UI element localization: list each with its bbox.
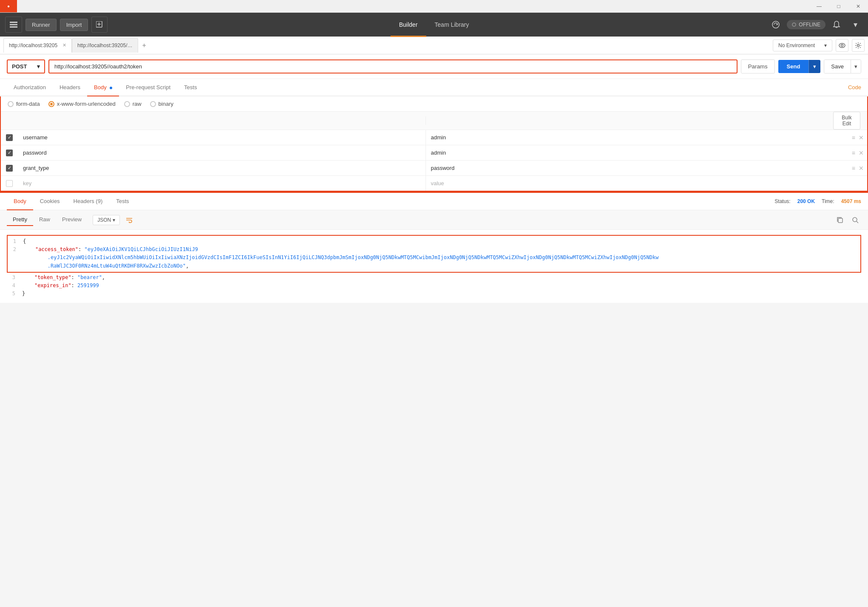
chevron-down-icon: ▾: [824, 42, 827, 48]
view-tab-raw[interactable]: Raw: [33, 214, 56, 226]
close-tab-1[interactable]: ✕: [62, 42, 66, 48]
option-raw[interactable]: raw: [124, 101, 142, 107]
url-tab-2[interactable]: http://localhost:39205/api/t: [72, 38, 138, 53]
tab-body[interactable]: Body: [87, 79, 119, 96]
tab-authorization[interactable]: Authorization: [7, 79, 53, 96]
drag-icon-password: ≡: [852, 150, 855, 156]
time-value: 4507 ms: [841, 198, 861, 204]
params-button[interactable]: Params: [741, 59, 775, 73]
checkbox-new[interactable]: [6, 180, 13, 187]
body-section: form-data x-www-form-urlencoded raw bina…: [0, 96, 868, 192]
resp-tab-cookies[interactable]: Cookies: [33, 193, 67, 210]
option-form-data[interactable]: form-data: [8, 101, 40, 107]
svg-rect-0: [10, 22, 17, 23]
env-selector: No Environment ▾: [773, 39, 865, 52]
drag-icon-username: ≡: [852, 134, 855, 141]
close-button[interactable]: ✕: [848, 0, 868, 13]
notifications-button[interactable]: [829, 17, 844, 32]
bulk-edit-button[interactable]: Bulk Edit: [833, 112, 860, 130]
url-tab-1[interactable]: http://localhost:39205 ✕: [3, 38, 72, 53]
request-bar: POST ▾ Params Send ▾ Save ▾: [0, 54, 868, 79]
radio-binary[interactable]: [150, 101, 156, 107]
svg-point-8: [841, 44, 843, 46]
save-button[interactable]: Save: [824, 60, 851, 73]
checkbox-grant-type[interactable]: ✓: [6, 165, 13, 172]
request-tabs: Authorization Headers Body Pre-request S…: [0, 79, 868, 96]
radio-form-data[interactable]: [8, 101, 14, 107]
form-row-new: key value: [1, 176, 867, 191]
runner-button[interactable]: Runner: [26, 19, 57, 31]
delete-username[interactable]: ✕: [859, 134, 864, 141]
svg-point-9: [857, 44, 859, 46]
format-selector[interactable]: JSON ▾: [93, 215, 120, 225]
import-button[interactable]: Import: [60, 19, 88, 31]
tab-headers[interactable]: Headers: [53, 79, 87, 96]
svg-line-12: [857, 221, 858, 223]
checkbox-password[interactable]: ✓: [6, 150, 13, 156]
resp-tab-body[interactable]: Body: [7, 193, 33, 210]
option-urlencoded[interactable]: x-www-form-urlencoded: [48, 101, 116, 107]
wrap-button[interactable]: [123, 214, 135, 226]
save-button-group: Save ▾: [824, 59, 861, 73]
form-row-grant-type: ✓ grant_type password ≡ ✕: [1, 161, 867, 176]
response-status: Status: 200 OK Time: 4507 ms: [774, 198, 861, 204]
option-binary[interactable]: binary: [150, 101, 173, 107]
code-line-5: 5 }: [7, 290, 861, 298]
radio-urlencoded[interactable]: [48, 101, 54, 107]
svg-rect-10: [838, 218, 842, 223]
code-line-4: 4 "expires_in": 2591999: [7, 282, 861, 290]
view-tabs: Pretty Raw Preview JSON ▾: [0, 210, 868, 230]
env-dropdown[interactable]: No Environment ▾: [773, 40, 832, 51]
svg-rect-1: [10, 24, 17, 25]
delete-grant-type[interactable]: ✕: [859, 165, 864, 172]
copy-button[interactable]: [834, 214, 846, 226]
body-options: form-data x-www-form-urlencoded raw bina…: [1, 96, 867, 112]
code-link[interactable]: Code: [848, 84, 861, 90]
add-tab-button[interactable]: +: [138, 40, 150, 51]
tab-bar: http://localhost:39205 ✕ http://localhos…: [0, 37, 868, 54]
minimize-button[interactable]: —: [809, 0, 829, 13]
maximize-button[interactable]: □: [829, 0, 848, 13]
tab-team-library[interactable]: Team Library: [426, 13, 477, 37]
form-header-row: Bulk Edit: [1, 112, 867, 130]
tab-tests[interactable]: Tests: [177, 79, 204, 96]
tab-pre-request[interactable]: Pre-request Script: [119, 79, 177, 96]
code-line-1: 1 {: [8, 237, 860, 246]
runner-label: Runner: [32, 22, 50, 28]
send-button[interactable]: Send: [778, 60, 809, 73]
view-actions: [834, 214, 861, 226]
status-indicator: OFFLINE: [787, 20, 825, 29]
status-dot: [792, 23, 796, 27]
drag-icon-grant-type: ≡: [852, 165, 855, 172]
tab-builder[interactable]: Builder: [391, 13, 426, 37]
resp-tab-tests[interactable]: Tests: [109, 193, 136, 210]
eye-icon-button[interactable]: [836, 39, 848, 52]
checkbox-username[interactable]: ✓: [6, 134, 13, 141]
format-chevron-icon: ▾: [113, 217, 115, 223]
new-request-button[interactable]: [91, 17, 108, 33]
view-tab-pretty[interactable]: Pretty: [7, 214, 33, 226]
sync-button[interactable]: [768, 17, 783, 32]
req-tabs-left: Authorization Headers Body Pre-request S…: [7, 79, 204, 96]
method-selector[interactable]: POST ▾: [7, 59, 45, 73]
settings-icon-button[interactable]: [852, 39, 865, 52]
more-options-button[interactable]: ▾: [848, 17, 863, 32]
form-row-username: ✓ username admin ≡ ✕: [1, 130, 867, 145]
save-dropdown-button[interactable]: ▾: [851, 60, 861, 73]
delete-password[interactable]: ✕: [859, 150, 864, 156]
send-button-group: Send ▾: [778, 60, 821, 73]
url-input[interactable]: [48, 59, 738, 73]
view-tab-preview[interactable]: Preview: [56, 214, 88, 226]
code-area: 1 { 2 "access_token": "eyJ0eXAiOiJKV1QiL…: [0, 230, 868, 303]
send-dropdown-button[interactable]: ▾: [808, 60, 820, 73]
import-label: Import: [66, 22, 82, 28]
svg-point-7: [839, 43, 845, 48]
main-nav-tabs: Builder Team Library: [391, 13, 478, 37]
search-button[interactable]: [849, 214, 861, 226]
sidebar-toggle[interactable]: [5, 17, 22, 33]
radio-raw[interactable]: [124, 101, 130, 107]
resp-tab-headers[interactable]: Headers (9): [67, 193, 110, 210]
form-row-password: ✓ password admin ≡ ✕: [1, 145, 867, 161]
svg-rect-2: [10, 26, 17, 28]
code-line-3: 3 "token_type": "bearer",: [7, 274, 861, 282]
